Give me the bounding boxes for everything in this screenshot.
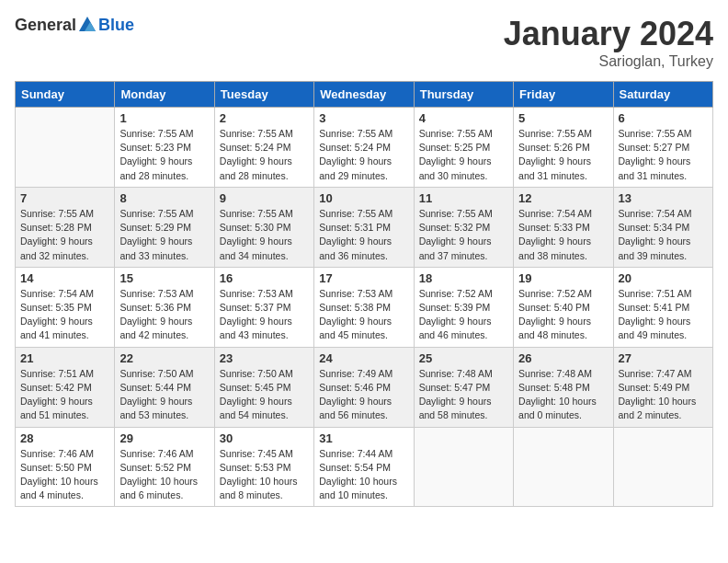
day-info: Sunrise: 7:48 AMSunset: 5:48 PMDaylight:… — [518, 367, 608, 423]
day-info: Sunrise: 7:54 AMSunset: 5:34 PMDaylight:… — [619, 207, 708, 263]
day-info: Sunrise: 7:49 AMSunset: 5:46 PMDaylight:… — [319, 367, 408, 423]
calendar-cell: 11Sunrise: 7:55 AMSunset: 5:32 PMDayligh… — [414, 187, 513, 267]
weekday-header-saturday: Saturday — [613, 82, 712, 108]
day-info: Sunrise: 7:50 AMSunset: 5:44 PMDaylight:… — [119, 367, 209, 423]
calendar-cell: 22Sunrise: 7:50 AMSunset: 5:44 PMDayligh… — [115, 347, 214, 427]
calendar-cell: 8Sunrise: 7:55 AMSunset: 5:29 PMDaylight… — [115, 187, 214, 267]
day-info: Sunrise: 7:47 AMSunset: 5:49 PMDaylight:… — [619, 367, 708, 423]
logo-text-general: General — [15, 16, 76, 35]
day-info: Sunrise: 7:54 AMSunset: 5:35 PMDaylight:… — [20, 287, 109, 343]
calendar-cell: 13Sunrise: 7:54 AMSunset: 5:34 PMDayligh… — [613, 187, 712, 267]
day-number: 4 — [419, 111, 508, 125]
day-info: Sunrise: 7:53 AMSunset: 5:38 PMDaylight:… — [319, 287, 408, 343]
day-info: Sunrise: 7:55 AMSunset: 5:32 PMDaylight:… — [419, 207, 508, 263]
day-info: Sunrise: 7:53 AMSunset: 5:36 PMDaylight:… — [119, 287, 209, 343]
day-info: Sunrise: 7:50 AMSunset: 5:45 PMDaylight:… — [220, 367, 309, 423]
calendar-cell: 16Sunrise: 7:53 AMSunset: 5:37 PMDayligh… — [214, 267, 313, 347]
day-number: 30 — [220, 431, 309, 445]
calendar-cell: 24Sunrise: 7:49 AMSunset: 5:46 PMDayligh… — [314, 347, 414, 427]
calendar-cell: 27Sunrise: 7:47 AMSunset: 5:49 PMDayligh… — [613, 347, 712, 427]
day-info: Sunrise: 7:55 AMSunset: 5:24 PMDaylight:… — [220, 127, 309, 183]
day-number: 23 — [220, 351, 309, 365]
day-number: 31 — [319, 431, 408, 445]
weekday-header-monday: Monday — [115, 82, 214, 108]
weekday-header-thursday: Thursday — [414, 82, 513, 108]
calendar-cell — [514, 427, 613, 507]
week-row-4: 21Sunrise: 7:51 AMSunset: 5:42 PMDayligh… — [16, 347, 713, 427]
calendar-cell: 5Sunrise: 7:55 AMSunset: 5:26 PMDaylight… — [514, 108, 613, 188]
week-row-2: 7Sunrise: 7:55 AMSunset: 5:28 PMDaylight… — [16, 187, 713, 267]
calendar-cell: 3Sunrise: 7:55 AMSunset: 5:24 PMDaylight… — [314, 108, 414, 188]
calendar-cell: 23Sunrise: 7:50 AMSunset: 5:45 PMDayligh… — [214, 347, 313, 427]
calendar-cell: 26Sunrise: 7:48 AMSunset: 5:48 PMDayligh… — [514, 347, 613, 427]
day-info: Sunrise: 7:55 AMSunset: 5:23 PMDaylight:… — [119, 127, 209, 183]
calendar-cell: 21Sunrise: 7:51 AMSunset: 5:42 PMDayligh… — [16, 347, 115, 427]
calendar-header-row: SundayMondayTuesdayWednesdayThursdayFrid… — [16, 82, 713, 108]
calendar-cell — [16, 108, 115, 188]
day-info: Sunrise: 7:53 AMSunset: 5:37 PMDaylight:… — [220, 287, 309, 343]
weekday-header-friday: Friday — [514, 82, 613, 108]
calendar-cell: 30Sunrise: 7:45 AMSunset: 5:53 PMDayligh… — [214, 427, 313, 507]
day-number: 16 — [220, 271, 309, 285]
calendar-cell: 7Sunrise: 7:55 AMSunset: 5:28 PMDaylight… — [16, 187, 115, 267]
day-info: Sunrise: 7:45 AMSunset: 5:53 PMDaylight:… — [220, 447, 309, 503]
day-number: 22 — [119, 351, 209, 365]
week-row-3: 14Sunrise: 7:54 AMSunset: 5:35 PMDayligh… — [16, 267, 713, 347]
weekday-header-sunday: Sunday — [16, 82, 115, 108]
day-info: Sunrise: 7:55 AMSunset: 5:31 PMDaylight:… — [319, 207, 408, 263]
day-info: Sunrise: 7:48 AMSunset: 5:47 PMDaylight:… — [419, 367, 508, 423]
day-info: Sunrise: 7:44 AMSunset: 5:54 PMDaylight:… — [319, 447, 408, 503]
day-number: 3 — [319, 111, 408, 125]
day-number: 24 — [319, 351, 408, 365]
page-header: General Blue January 2024 Sarioglan, Tur… — [15, 15, 713, 70]
day-info: Sunrise: 7:52 AMSunset: 5:40 PMDaylight:… — [518, 287, 608, 343]
day-info: Sunrise: 7:46 AMSunset: 5:50 PMDaylight:… — [20, 447, 109, 503]
calendar-cell: 10Sunrise: 7:55 AMSunset: 5:31 PMDayligh… — [314, 187, 414, 267]
calendar-cell: 15Sunrise: 7:53 AMSunset: 5:36 PMDayligh… — [115, 267, 214, 347]
day-info: Sunrise: 7:54 AMSunset: 5:33 PMDaylight:… — [518, 207, 608, 263]
day-info: Sunrise: 7:55 AMSunset: 5:29 PMDaylight:… — [119, 207, 209, 263]
week-row-5: 28Sunrise: 7:46 AMSunset: 5:50 PMDayligh… — [16, 427, 713, 507]
day-info: Sunrise: 7:46 AMSunset: 5:52 PMDaylight:… — [119, 447, 209, 503]
day-number: 2 — [220, 111, 309, 125]
day-number: 1 — [119, 111, 209, 125]
calendar-cell: 25Sunrise: 7:48 AMSunset: 5:47 PMDayligh… — [414, 347, 513, 427]
calendar-table: SundayMondayTuesdayWednesdayThursdayFrid… — [15, 81, 713, 507]
logo: General Blue — [15, 15, 134, 35]
day-number: 28 — [20, 431, 109, 445]
day-info: Sunrise: 7:55 AMSunset: 5:30 PMDaylight:… — [220, 207, 309, 263]
day-number: 21 — [20, 351, 109, 365]
calendar-cell: 20Sunrise: 7:51 AMSunset: 5:41 PMDayligh… — [613, 267, 712, 347]
day-number: 13 — [619, 191, 708, 205]
title-section: January 2024 Sarioglan, Turkey — [504, 15, 713, 70]
day-info: Sunrise: 7:55 AMSunset: 5:25 PMDaylight:… — [419, 127, 508, 183]
day-info: Sunrise: 7:55 AMSunset: 5:24 PMDaylight:… — [319, 127, 408, 183]
calendar-cell: 19Sunrise: 7:52 AMSunset: 5:40 PMDayligh… — [514, 267, 613, 347]
calendar-cell: 9Sunrise: 7:55 AMSunset: 5:30 PMDaylight… — [214, 187, 313, 267]
day-number: 6 — [619, 111, 708, 125]
day-number: 20 — [619, 271, 708, 285]
day-number: 27 — [619, 351, 708, 365]
day-info: Sunrise: 7:55 AMSunset: 5:27 PMDaylight:… — [619, 127, 708, 183]
day-number: 19 — [518, 271, 608, 285]
day-number: 14 — [20, 271, 109, 285]
day-number: 5 — [518, 111, 608, 125]
day-number: 17 — [319, 271, 408, 285]
day-number: 12 — [518, 191, 608, 205]
calendar-cell: 31Sunrise: 7:44 AMSunset: 5:54 PMDayligh… — [314, 427, 414, 507]
calendar-cell: 14Sunrise: 7:54 AMSunset: 5:35 PMDayligh… — [16, 267, 115, 347]
calendar-cell: 29Sunrise: 7:46 AMSunset: 5:52 PMDayligh… — [115, 427, 214, 507]
day-number: 9 — [220, 191, 309, 205]
calendar-cell: 1Sunrise: 7:55 AMSunset: 5:23 PMDaylight… — [115, 108, 214, 188]
weekday-header-tuesday: Tuesday — [214, 82, 313, 108]
calendar-cell — [414, 427, 513, 507]
day-info: Sunrise: 7:51 AMSunset: 5:41 PMDaylight:… — [619, 287, 708, 343]
day-number: 25 — [419, 351, 508, 365]
calendar-cell: 4Sunrise: 7:55 AMSunset: 5:25 PMDaylight… — [414, 108, 513, 188]
day-number: 18 — [419, 271, 508, 285]
calendar-cell: 2Sunrise: 7:55 AMSunset: 5:24 PMDaylight… — [214, 108, 313, 188]
calendar-cell: 17Sunrise: 7:53 AMSunset: 5:38 PMDayligh… — [314, 267, 414, 347]
day-info: Sunrise: 7:55 AMSunset: 5:28 PMDaylight:… — [20, 207, 109, 263]
day-info: Sunrise: 7:52 AMSunset: 5:39 PMDaylight:… — [419, 287, 508, 343]
day-number: 15 — [119, 271, 209, 285]
